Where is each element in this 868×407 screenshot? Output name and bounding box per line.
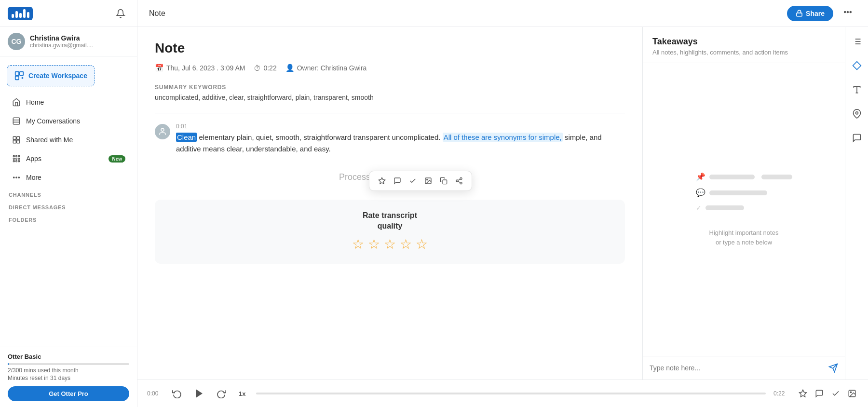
highlighted-word[interactable]: Clean (176, 133, 197, 142)
speed-button[interactable]: 1x (236, 388, 248, 399)
toolbar-copy-button[interactable] (436, 174, 451, 188)
takeaways-header: Takeaways All notes, highlights, comment… (643, 27, 845, 63)
home-icon (12, 97, 21, 107)
home-label: Home (26, 98, 125, 106)
page-title: Note (149, 9, 165, 18)
upgrade-button[interactable]: Get Otter Pro (8, 386, 129, 401)
transcript-area: Note 📅 Thu, Jul 6, 2023 . 3:09 AM ⏱ 0:22… (137, 27, 642, 380)
sidebar-item-more[interactable]: More (3, 168, 134, 187)
logo-bar-5 (27, 12, 29, 18)
pin-placeholder-icon: 📌 (696, 172, 705, 181)
svg-point-15 (18, 158, 20, 160)
rail-text-icon[interactable] (849, 82, 865, 97)
placeholder-row-3: ✓ (696, 204, 792, 212)
comment-placeholder-icon: 💬 (696, 188, 705, 197)
sidebar-item-home[interactable]: Home (3, 93, 134, 111)
star-rating[interactable]: ☆ ☆ ☆ ☆ ☆ (166, 236, 613, 252)
svg-point-16 (13, 161, 14, 162)
user-info: Christina Gwira christina.gwira@gmail...… (30, 34, 93, 49)
transcript-entry: 0:01 Clean elementary plain, quiet, smoo… (155, 123, 625, 155)
play-button[interactable] (191, 386, 207, 401)
placeholder-row-1: 📌 (696, 172, 792, 181)
svg-line-33 (458, 179, 461, 180)
sidebar-header (0, 0, 137, 27)
note-input-area (643, 356, 845, 380)
star-2[interactable]: ☆ (368, 236, 380, 252)
more-label: More (26, 174, 125, 181)
star-5[interactable]: ☆ (416, 236, 428, 252)
svg-point-18 (18, 161, 20, 162)
highlight-hint: Highlight important notes or type a note… (709, 228, 779, 247)
note-input[interactable] (650, 361, 825, 375)
svg-point-25 (850, 11, 852, 13)
placeholder-line-3 (709, 190, 767, 195)
user-name: Christina Gwira (30, 34, 93, 42)
star-4[interactable]: ☆ (400, 236, 412, 252)
rewind-button[interactable] (170, 387, 184, 400)
notification-button[interactable] (112, 5, 129, 22)
svg-rect-3 (13, 118, 20, 124)
placeholder-row-2: 💬 (696, 188, 792, 197)
player-pin-button[interactable] (797, 387, 809, 400)
audio-time-start: 0:00 (147, 390, 163, 397)
create-workspace-label: Create Workspace (28, 72, 87, 80)
note-duration-text: 0:22 (263, 64, 276, 72)
note-meta: 📅 Thu, Jul 6, 2023 . 3:09 AM ⏱ 0:22 👤 Ow… (155, 64, 625, 72)
rail-diamond-icon[interactable] (849, 58, 865, 73)
toolbar-image-button[interactable] (420, 174, 436, 188)
svg-point-24 (847, 11, 849, 13)
calendar-icon: 📅 (155, 64, 164, 72)
user-section[interactable]: CG Christina Gwira christina.gwira@gmail… (0, 27, 137, 56)
app-logo[interactable] (8, 7, 33, 20)
rail-pin-icon[interactable] (849, 106, 865, 122)
svg-rect-22 (797, 13, 802, 16)
plan-reset-text: Minutes reset in 31 days (8, 375, 129, 381)
send-note-button[interactable] (828, 363, 838, 373)
sidebar-item-shared[interactable]: Shared with Me (3, 131, 134, 149)
svg-point-49 (850, 392, 851, 393)
takeaways-title: Takeaways (652, 37, 835, 47)
toolbar-check-button[interactable] (405, 174, 420, 188)
share-label: Share (806, 10, 825, 17)
share-button[interactable]: Share (787, 6, 833, 21)
rail-comment-icon[interactable] (849, 130, 865, 146)
svg-point-11 (16, 155, 17, 157)
logo-bars (12, 9, 29, 18)
rate-transcript-card: Rate transcript quality ☆ ☆ ☆ ☆ ☆ (155, 200, 625, 264)
player-action-button[interactable] (829, 387, 842, 400)
audio-time-end: 0:22 (773, 390, 789, 397)
rate-transcript-subtitle: quality (166, 222, 613, 231)
transcript-timestamp: 0:01 (176, 123, 625, 130)
rail-list-icon[interactable] (849, 34, 865, 49)
svg-point-27 (427, 179, 428, 180)
svg-marker-47 (196, 389, 203, 398)
transcript-body-1: elementary plain, quiet, smooth, straigh… (199, 133, 442, 141)
transcript-text: Clean elementary plain, quiet, smooth, s… (176, 132, 625, 155)
placeholder-line-4 (705, 205, 744, 210)
player-comment-button[interactable] (813, 387, 826, 400)
svg-point-19 (14, 177, 14, 178)
summary-label: SUMMARY KEYWORDS (155, 84, 625, 91)
speaker-avatar (155, 124, 170, 139)
sidebar-item-apps[interactable]: Apps New (3, 149, 134, 168)
svg-point-10 (13, 155, 14, 157)
highlighted-phrase[interactable]: All of these are synonyms for simple, (443, 133, 563, 142)
svg-point-20 (16, 177, 17, 178)
star-1[interactable]: ☆ (352, 236, 364, 252)
logo-bar-3 (19, 13, 22, 18)
progress-bar[interactable] (256, 393, 766, 394)
toolbar-pin-button[interactable] (374, 174, 390, 188)
svg-rect-28 (443, 180, 447, 184)
create-workspace-button[interactable]: Create Workspace (7, 65, 95, 86)
more-options-button[interactable] (839, 5, 856, 22)
audio-player: 0:00 1x 0:22 (137, 380, 868, 407)
star-3[interactable]: ☆ (384, 236, 396, 252)
toolbar-comment-button[interactable] (390, 174, 405, 188)
toolbar-share-button[interactable] (451, 174, 467, 188)
owner-icon: 👤 (285, 64, 295, 72)
sidebar-item-my-conversations[interactable]: My Conversations (3, 112, 134, 130)
fast-forward-button[interactable] (215, 387, 228, 400)
player-image-button[interactable] (846, 387, 858, 400)
svg-point-14 (16, 158, 17, 160)
player-tools (797, 387, 858, 400)
